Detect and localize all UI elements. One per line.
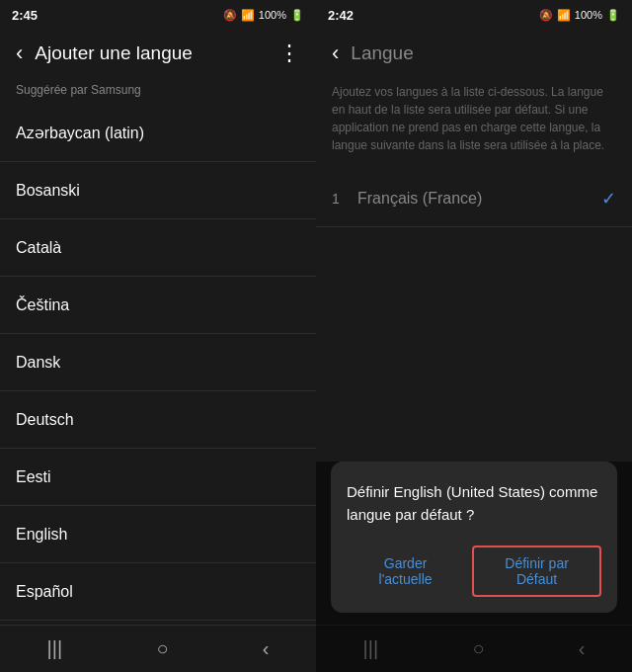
left-panel: 2:45 🔕 📶 100% 🔋 ‹ Ajouter une langue ⋮ S… [0, 0, 316, 672]
right-page-title: Langue [351, 42, 413, 64]
list-item[interactable]: Bosanski [0, 162, 316, 219]
right-battery-text: 100% [575, 9, 602, 21]
suggested-label: Suggérée par Samsung [0, 79, 316, 105]
language-name: Français (France) [357, 190, 482, 208]
left-menu-nav-button[interactable]: ||| [28, 630, 83, 668]
left-network-icon: 📶 [241, 9, 255, 22]
left-status-bar: 2:45 🔕 📶 100% 🔋 [0, 0, 316, 28]
left-top-bar: ‹ Ajouter une langue ⋮ [0, 28, 316, 79]
list-item[interactable]: Català [0, 219, 316, 277]
list-item[interactable]: 1 Français (France) ✓ [316, 170, 632, 227]
language-checkmark-icon: ✓ [601, 188, 616, 210]
left-back-button[interactable]: ‹ [12, 37, 27, 70]
list-item[interactable]: English [0, 506, 316, 563]
right-battery-icon: 🔋 [606, 9, 620, 22]
left-more-button[interactable]: ⋮ [275, 37, 304, 70]
dialog-buttons: Garder l'actuelle Définir par Défaut [347, 546, 601, 597]
left-page-title: Ajouter une langue [35, 42, 275, 64]
right-back-button[interactable]: ‹ [328, 37, 343, 70]
left-back-nav-button[interactable]: ‹ [243, 630, 289, 668]
list-item[interactable]: Deutsch [0, 391, 316, 449]
left-nav-bar: ||| ○ ‹ [0, 625, 316, 672]
right-signal-icon: 🔕 [539, 9, 553, 22]
left-language-list: Azərbaycan (latin) Bosanski Català Češti… [0, 105, 316, 625]
left-battery-icon: 🔋 [290, 9, 304, 22]
right-panel: 2:42 🔕 📶 100% 🔋 ‹ Langue Ajoutez vos lan… [316, 0, 632, 672]
left-status-icons: 🔕 📶 100% 🔋 [223, 9, 304, 22]
right-description: Ajoutez vos langues à la liste ci-dessou… [316, 79, 632, 170]
left-time: 2:45 [12, 8, 38, 23]
list-item[interactable]: Español [0, 563, 316, 621]
dialog-message: Définir English (United States) comme la… [347, 481, 601, 526]
left-signal-icon: 🔕 [223, 9, 237, 22]
left-home-nav-button[interactable]: ○ [136, 630, 188, 668]
left-battery-text: 100% [259, 9, 286, 21]
right-status-bar: 2:42 🔕 📶 100% 🔋 [316, 0, 632, 28]
set-default-dialog: Définir English (United States) comme la… [331, 462, 617, 613]
right-network-icon: 📶 [557, 9, 571, 22]
right-time: 2:42 [328, 8, 354, 23]
right-header: ‹ Langue [316, 28, 632, 79]
right-status-icons: 🔕 📶 100% 🔋 [539, 9, 620, 22]
language-number: 1 [332, 191, 348, 207]
set-default-button[interactable]: Définir par Défaut [472, 546, 601, 597]
list-item[interactable]: Dansk [0, 334, 316, 391]
list-item[interactable]: Eesti [0, 449, 316, 506]
list-item[interactable]: Azərbaycan (latin) [0, 105, 316, 162]
language-row: 1 Français (France) [332, 190, 482, 208]
list-item[interactable]: Čeština [0, 277, 316, 334]
dialog-overlay: Définir English (United States) comme la… [316, 462, 632, 672]
keep-current-button[interactable]: Garder l'actuelle [347, 546, 464, 597]
